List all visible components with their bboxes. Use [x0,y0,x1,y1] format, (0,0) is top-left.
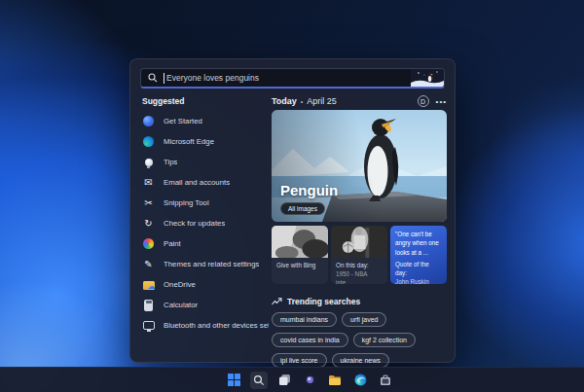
file-explorer-button[interactable] [326,372,344,389]
text-caret [164,73,164,84]
feed-header: Today • April 25 D ••• [272,94,447,108]
suggested-item-get-started[interactable]: Get Started [140,111,269,131]
suggested-item-themes[interactable]: ✎ Themes and related settings [140,254,269,274]
hero-image-card[interactable]: Penguin All images [272,110,447,222]
task-view-button[interactable] [275,372,293,389]
card-title: Give with Bing [276,262,323,270]
taskbar [0,367,584,392]
card-title: On this day: [336,262,383,270]
suggested-item-check-updates[interactable]: ↻ Check for updates [140,213,269,233]
suggested-item-label: OneDrive [164,280,196,289]
store-icon [380,374,391,386]
suggested-item-label: Themes and related settings [164,260,259,268]
palette-icon [143,238,154,249]
suggested-item-label: Calculator [164,301,198,309]
trending-chip[interactable]: ukraine news [332,353,389,368]
suggested-item-bluetooth-devices[interactable]: Bluetooth and other devices sett... [140,315,269,336]
search-icon [253,374,265,386]
trending-chip[interactable]: mumbai indians [272,312,337,327]
lightbulb-icon [145,159,153,166]
card-title: Quote of the day: [395,261,442,278]
feed-date: April 25 [307,96,337,106]
suggested-item-email-accounts[interactable]: ✉ Email and accounts [140,172,269,193]
search-query-text: Everyone loves penguins [166,73,411,83]
card-subtitle: 1950 - NBA inte... [336,270,383,284]
profile-badge[interactable]: D [418,95,429,107]
taskbar-icons-group [225,372,394,389]
pencil-icon: ✎ [142,258,155,270]
give-with-bing-photo [272,226,328,258]
trending-header: Trending searches [272,296,447,307]
edge-button[interactable] [351,372,369,389]
all-images-badge[interactable]: All images [280,202,325,215]
penguin-illustration-icon [411,69,444,88]
edge-icon [354,374,367,386]
task-view-icon [278,374,291,386]
card-quote-of-the-day[interactable]: "One can't be angry when one looks at a … [390,226,447,284]
scissors-icon: ✂ [142,196,155,209]
on-this-day-photo [331,226,387,258]
more-options-button[interactable]: ••• [436,97,447,106]
suggested-item-label: Email and accounts [164,178,230,187]
cortana-icon [304,374,316,386]
trending-arrow-icon [272,298,282,305]
edge-icon [143,136,154,147]
envelope-icon: ✉ [142,176,155,189]
suggested-item-tips[interactable]: Tips [140,152,269,172]
suggested-item-label: Microsoft Edge [164,137,214,146]
card-give-with-bing[interactable]: Give with Bing [272,226,328,284]
suggested-item-paint[interactable]: Paint [140,233,269,254]
calculator-icon [144,300,153,311]
trending-chip[interactable]: kgf 2 collection [353,333,416,347]
get-started-icon [143,116,154,126]
suggested-item-calculator[interactable]: Calculator [140,295,269,315]
search-icon [148,73,158,83]
taskbar-search-button[interactable] [250,372,268,389]
suggested-item-label: Tips [164,158,177,166]
quote-text: "One can't be angry when one looks at a … [390,226,447,257]
suggested-item-label: Get Started [164,117,202,125]
cortana-button[interactable] [301,372,318,389]
suggested-item-onedrive[interactable]: ☁ OneDrive [140,274,269,295]
search-input[interactable]: Everyone loves penguins [140,68,445,89]
card-subtitle: John Ruskin [395,278,442,284]
refresh-icon: ↻ [142,217,155,230]
store-button[interactable] [377,372,394,389]
trending-chip[interactable]: ipl live score [272,353,327,368]
windows-logo-icon [228,374,240,386]
suggested-section: Suggested Get Started Microsoft Edge Tip… [140,94,269,356]
trending-chip[interactable]: covid cases in india [272,333,348,347]
trending-title: Trending searches [287,297,360,306]
trending-chips: mumbai indians urfi javed covid cases in… [272,312,447,368]
start-button[interactable] [225,372,242,389]
feed-today-label: Today [272,96,297,106]
suggested-item-label: Bluetooth and other devices sett... [164,321,269,330]
hero-title: Penguin [280,182,338,198]
date-separator: • [301,98,303,105]
suggested-item-label: Paint [164,239,181,248]
onedrive-icon: ☁ [143,280,155,290]
suggested-title: Suggested [142,96,269,106]
feed-section: Today • April 25 D ••• [272,94,447,354]
suggested-item-label: Check for updates [164,219,225,228]
trending-chip[interactable]: urfi javed [342,312,386,327]
card-on-this-day[interactable]: On this day: 1950 - NBA inte... [331,226,387,284]
search-flyout: Everyone loves penguins Suggested Get St… [129,58,456,363]
devices-icon [143,321,155,330]
suggested-item-label: Snipping Tool [164,198,209,207]
suggested-item-snipping-tool[interactable]: ✂ Snipping Tool [140,193,269,213]
suggested-item-microsoft-edge[interactable]: Microsoft Edge [140,131,269,152]
file-explorer-icon [328,374,342,386]
feed-cards-row: Give with Bing On this day [272,226,447,284]
